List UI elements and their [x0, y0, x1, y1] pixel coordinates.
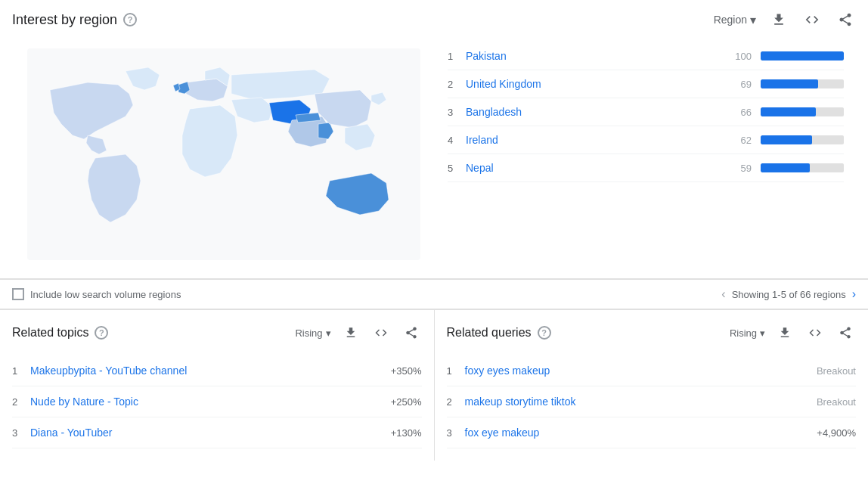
topic-name[interactable]: Makeupbypita - YouTube channel [30, 365, 391, 377]
queries-download-button[interactable] [774, 322, 795, 343]
region-score: 100 [727, 51, 752, 62]
queries-embed-button[interactable] [804, 322, 826, 343]
header-left: Interest by region ? [12, 12, 137, 28]
region-item: 4 Ireland 62 [448, 126, 844, 154]
checkbox-box[interactable] [12, 288, 24, 300]
region-bar [761, 79, 818, 88]
region-chevron-icon: ▾ [750, 13, 756, 27]
topic-item: 2 Nude by Nature - Topic +250% [12, 386, 422, 417]
queries-panel-header: Related queries ? Rising ▾ [447, 322, 857, 343]
topics-download-button[interactable] [340, 322, 361, 343]
topic-rank: 1 [12, 365, 30, 377]
region-rank: 2 [448, 79, 466, 90]
region-bar [761, 51, 844, 60]
region-bar [761, 107, 816, 116]
topic-value: +250% [391, 396, 422, 408]
region-bar-container [761, 51, 844, 60]
share-button[interactable] [835, 9, 856, 30]
query-value: Breakout [817, 396, 856, 408]
topics-filter-label: Rising [295, 327, 322, 339]
world-map [27, 48, 420, 260]
topic-name[interactable]: Diana - YouTuber [30, 427, 391, 439]
region-rank: 3 [448, 107, 466, 118]
queries-filter-chevron: ▾ [760, 327, 765, 339]
related-queries-panel: Related queries ? Rising ▾ 1 [435, 310, 869, 461]
topics-title: Related topics [12, 326, 88, 340]
region-item: 1 Pakistan 100 [448, 42, 844, 70]
region-bar [761, 135, 812, 144]
region-name[interactable]: Pakistan [466, 50, 727, 62]
region-list: 1 Pakistan 100 2 United Kingdom 69 3 Ban… [436, 42, 856, 266]
queries-filter-label: Rising [730, 327, 757, 339]
region-rank: 4 [448, 135, 466, 146]
topic-item: 3 Diana - YouTuber +130% [12, 417, 422, 448]
region-bar-container [761, 135, 844, 144]
query-value: +4,900% [817, 427, 856, 439]
prev-page-icon[interactable]: ‹ [721, 287, 725, 301]
page-title: Interest by region [12, 12, 117, 28]
region-item: 5 Nepal 59 [448, 154, 844, 182]
low-volume-checkbox-label[interactable]: Include low search volume regions [12, 288, 181, 300]
queries-title: Related queries [447, 326, 532, 340]
query-name[interactable]: makeup storytime tiktok [465, 396, 817, 408]
region-name[interactable]: United Kingdom [466, 78, 727, 90]
embed-button[interactable] [801, 9, 823, 30]
pagination: ‹ Showing 1-5 of 66 regions › [721, 287, 856, 301]
queries-filter-dropdown[interactable]: Rising ▾ [730, 327, 765, 339]
topics-share-button[interactable] [401, 322, 422, 343]
query-item: 2 makeup storytime tiktok Breakout [447, 386, 857, 417]
region-bar-container [761, 79, 844, 88]
region-bar-container [761, 163, 844, 172]
topics-list: 1 Makeupbypita - YouTube channel +350% 2… [12, 355, 422, 448]
checkbox-text: Include low search volume regions [30, 289, 181, 300]
region-dropdown[interactable]: Region ▾ [714, 13, 756, 27]
query-item: 1 foxy eyes makeup Breakout [447, 355, 857, 386]
query-rank: 2 [447, 396, 465, 408]
query-name[interactable]: foxy eyes makeup [465, 365, 817, 377]
top-header: Interest by region ? Region ▾ [12, 9, 856, 30]
region-score: 59 [727, 163, 752, 174]
next-page-icon[interactable]: › [852, 287, 856, 301]
queries-help-icon[interactable]: ? [538, 326, 551, 340]
query-rank: 1 [447, 365, 465, 377]
topics-panel-header: Related topics ? Rising ▾ [12, 322, 422, 343]
region-score: 69 [727, 79, 752, 90]
topics-embed-button[interactable] [370, 322, 392, 343]
topics-filter-chevron: ▾ [326, 327, 331, 339]
map-area [12, 42, 436, 266]
region-bar-container [761, 107, 844, 116]
region-name[interactable]: Ireland [466, 134, 727, 146]
query-item: 3 fox eye makeup +4,900% [447, 417, 857, 448]
top-controls: Region ▾ [714, 9, 856, 30]
region-item: 3 Bangladesh 66 [448, 98, 844, 126]
topics-help-icon[interactable]: ? [95, 326, 108, 340]
help-icon[interactable]: ? [123, 13, 137, 26]
region-bar [761, 163, 810, 172]
topics-controls: Rising ▾ [295, 322, 421, 343]
region-name[interactable]: Bangladesh [466, 106, 727, 118]
region-score: 62 [727, 135, 752, 146]
download-button[interactable] [768, 9, 789, 30]
topic-rank: 3 [12, 427, 30, 439]
top-section: Interest by region ? Region ▾ [0, 0, 868, 279]
region-label: Region [714, 14, 747, 26]
queries-share-button[interactable] [835, 322, 856, 343]
region-rank: 1 [448, 51, 466, 62]
region-rank: 5 [448, 163, 466, 174]
queries-list: 1 foxy eyes makeup Breakout 2 makeup sto… [447, 355, 857, 448]
topics-header-left: Related topics ? [12, 326, 108, 340]
queries-controls: Rising ▾ [730, 322, 856, 343]
map-region-container: 1 Pakistan 100 2 United Kingdom 69 3 Ban… [12, 36, 856, 278]
topics-filter-dropdown[interactable]: Rising ▾ [295, 327, 330, 339]
topic-rank: 2 [12, 396, 30, 408]
region-name[interactable]: Nepal [466, 162, 727, 174]
query-value: Breakout [817, 365, 856, 377]
query-rank: 3 [447, 427, 465, 439]
topic-value: +350% [391, 365, 422, 377]
topic-item: 1 Makeupbypita - YouTube channel +350% [12, 355, 422, 386]
topic-value: +130% [391, 427, 422, 439]
topic-name[interactable]: Nude by Nature - Topic [30, 396, 391, 408]
query-name[interactable]: fox eye makeup [465, 427, 817, 439]
region-score: 66 [727, 107, 752, 118]
related-topics-panel: Related topics ? Rising ▾ 1 [0, 310, 435, 461]
